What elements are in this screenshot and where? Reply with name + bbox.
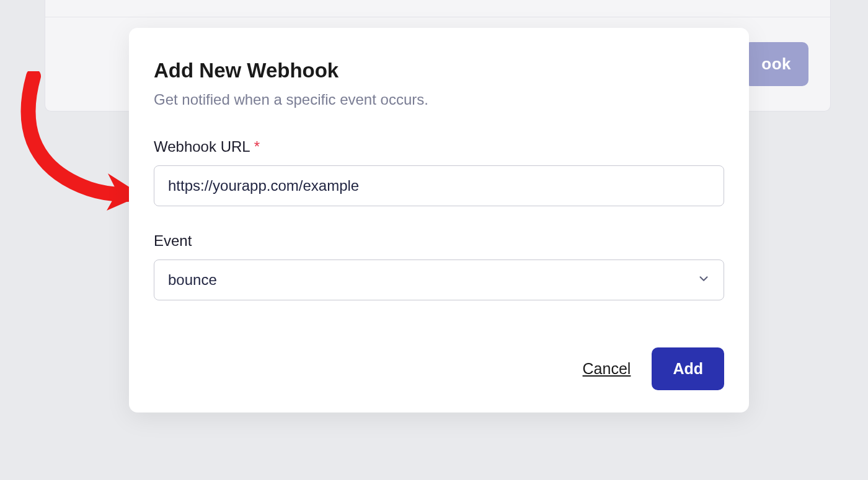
webhook-url-label-text: Webhook URL [154,138,250,155]
webhook-url-input[interactable] [154,165,724,206]
event-label: Event [154,232,724,250]
add-button[interactable]: Add [652,347,724,390]
background-webhook-button[interactable]: ook [744,42,808,86]
event-select-wrapper[interactable]: bounce [154,260,724,300]
event-select[interactable]: bounce [154,260,724,300]
modal-subtitle: Get notified when a specific event occur… [154,91,724,108]
webhook-url-label: Webhook URL* [154,138,724,155]
add-webhook-modal: Add New Webhook Get notified when a spec… [129,28,749,412]
required-indicator: * [254,138,260,155]
modal-title: Add New Webhook [154,59,724,82]
cancel-button[interactable]: Cancel [580,355,634,383]
modal-footer: Cancel Add [154,347,724,390]
background-panel-divider [45,0,830,17]
